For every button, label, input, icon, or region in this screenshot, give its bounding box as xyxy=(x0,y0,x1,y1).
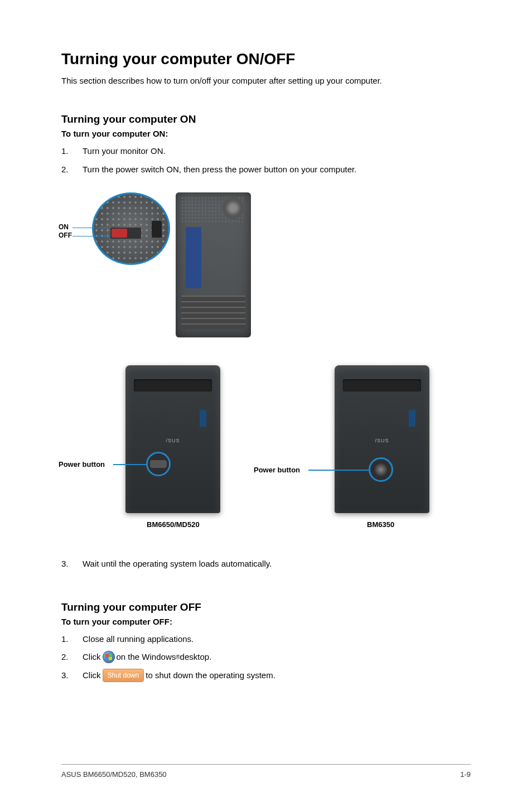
text-fragment: desktop. xyxy=(180,651,212,664)
text-fragment: Click xyxy=(83,669,101,682)
on-steps-12: 1. Turn your monitor ON. 2. Turn the pow… xyxy=(61,145,471,176)
on-heading: Turning your computer ON xyxy=(61,113,471,125)
front-usb-icon xyxy=(200,410,206,427)
list-item: 1. Close all running applications. xyxy=(61,633,471,646)
power-socket-icon xyxy=(152,221,162,238)
list-item: 3. Wait until the operating system loads… xyxy=(61,558,471,571)
list-item: 1. Turn your monitor ON. xyxy=(61,145,471,158)
off-steps: 1. Close all running applications. 2. Cl… xyxy=(61,633,471,682)
power-button-label: Power button xyxy=(254,466,300,474)
footer-model: ASUS BM6650/MD520, BM6350 xyxy=(61,770,167,779)
power-button-label: Power button xyxy=(59,460,105,468)
figure-power-buttons: /SUS Power button /SUS Power button BM66… xyxy=(61,365,471,549)
page-footer: ASUS BM6650/MD520, BM6350 1-9 xyxy=(61,764,471,779)
on-sublabel: To turn your computer ON: xyxy=(61,129,471,138)
list-item: 2. Click on the Windows® desktop. xyxy=(61,651,471,664)
main-heading: Turning your computer ON/OFF xyxy=(61,50,471,68)
step-text: Click Shut down to shut down the operati… xyxy=(83,669,471,682)
io-panel xyxy=(186,227,201,288)
off-heading: Turning your computer OFF xyxy=(61,601,471,613)
label-off: OFF xyxy=(59,231,72,239)
zoom-callout xyxy=(92,192,170,265)
power-switch-slider xyxy=(112,229,127,238)
power-button-icon xyxy=(374,463,388,476)
footer-page-number: 1-9 xyxy=(460,770,471,779)
on-step-3: 3. Wait until the operating system loads… xyxy=(61,558,471,571)
power-button-icon xyxy=(150,460,167,468)
step-text: Turn your monitor ON. xyxy=(83,145,471,158)
shutdown-button-icon: Shut down xyxy=(103,669,144,682)
brand-logo: /SUS xyxy=(375,438,389,443)
power-button-callout xyxy=(369,457,393,482)
intro-text: This section describes how to turn on/of… xyxy=(61,76,471,85)
step-num: 1. xyxy=(61,145,83,158)
text-fragment: Click xyxy=(83,651,101,664)
step-num: 3. xyxy=(61,558,83,571)
tower-bm6350-illustration: /SUS xyxy=(335,365,429,513)
optical-drive-icon xyxy=(134,379,212,392)
expansion-slots xyxy=(181,296,245,329)
optical-drive-icon xyxy=(343,379,421,392)
step-text: Close all running applications. xyxy=(83,633,471,646)
callout-line xyxy=(72,236,109,236)
psu-fan-icon xyxy=(222,197,244,219)
step-text: Click on the Windows® desktop. xyxy=(83,651,471,664)
callout-line xyxy=(308,470,370,471)
step-text: Wait until the operating system loads au… xyxy=(83,558,471,571)
callout-line xyxy=(113,464,147,465)
step-num: 1. xyxy=(61,633,83,646)
step-num: 2. xyxy=(61,163,83,176)
front-usb-icon xyxy=(409,410,415,427)
label-on: ON xyxy=(59,223,69,231)
windows-start-icon xyxy=(103,651,114,663)
off-sublabel: To turn your computer OFF: xyxy=(61,617,471,626)
computer-back-illustration xyxy=(176,192,251,337)
model-label-bm6350: BM6350 xyxy=(367,520,394,529)
brand-logo: /SUS xyxy=(166,438,180,443)
power-button-callout xyxy=(146,452,171,476)
callout-line xyxy=(72,228,109,228)
registered-mark: ® xyxy=(176,653,180,661)
step-num: 2. xyxy=(61,651,83,664)
off-section: Turning your computer OFF To turn your c… xyxy=(61,601,471,682)
step-num: 3. xyxy=(61,669,83,682)
step-text: Turn the power switch ON, then press the… xyxy=(83,163,471,176)
text-fragment: on the Windows xyxy=(117,651,176,664)
figure-power-switch: ON OFF xyxy=(61,192,471,349)
model-label-bm6650: BM6650/MD520 xyxy=(147,520,200,529)
list-item: 2. Turn the power switch ON, then press … xyxy=(61,163,471,176)
text-fragment: to shut down the operating system. xyxy=(146,669,275,682)
tower-bm6650-illustration: /SUS xyxy=(125,365,220,513)
list-item: 3. Click Shut down to shut down the oper… xyxy=(61,669,471,682)
